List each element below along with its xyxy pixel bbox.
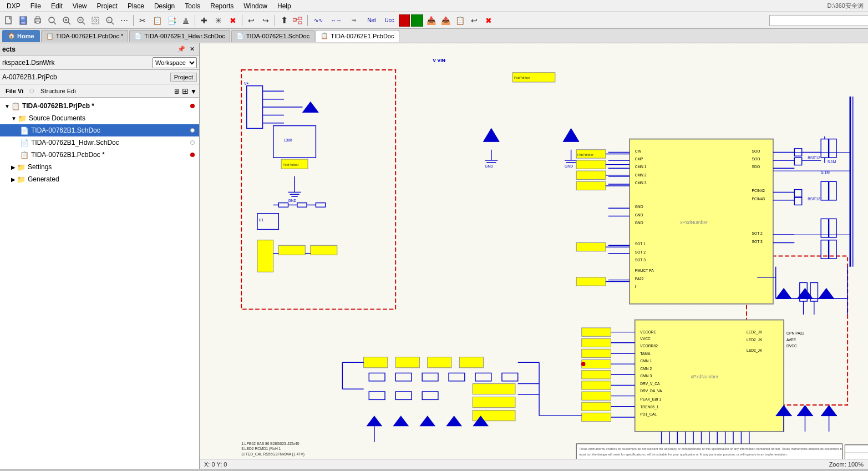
bus-btn[interactable]: ↔↔ [328, 14, 344, 27]
comp-btn[interactable] [399, 14, 410, 27]
svg-text:1.LPE62 BAS 86 B28G023-J25x40: 1.LPE62 BAS 86 B28G023-J25x40 [241, 442, 300, 445]
import-btn[interactable]: 📥 [424, 14, 438, 27]
svg-text:+: + [444, 58, 446, 63]
sheet-btn[interactable] [411, 14, 423, 27]
paste-btn[interactable]: 📑 [165, 14, 178, 27]
wire-btn[interactable]: ∿∿ [310, 14, 327, 27]
tab-hdwr-schdoc[interactable]: 📄 TIDA-00762E1_Hdwr.SchDoc [129, 30, 230, 42]
tab-pcbdoc-star[interactable]: 📋 TIDA-00762E1.PcbDoc * [41, 30, 129, 42]
rubber-stamp-btn[interactable] [179, 14, 192, 27]
svg-text:CMP: CMP [635, 157, 643, 161]
tree-icon-settings: 📁 [17, 163, 26, 171]
view-icon-2[interactable]: ⊞ [182, 87, 189, 95]
tree-root[interactable]: ▼ 📋 TIDA-00762B1.PrjPcb * [0, 100, 199, 112]
menu-file[interactable]: File [26, 1, 45, 11]
svg-text:DVCC: DVCC [786, 344, 797, 348]
svg-rect-175 [582, 392, 611, 400]
panel-close-btn[interactable]: ✕ [187, 45, 197, 53]
svg-rect-24 [293, 18, 296, 21]
tree-source-docs[interactable]: ▼ 📁 Source Documents [0, 112, 199, 124]
menu-help[interactable]: Help [273, 1, 296, 11]
view-tab-structeditor[interactable]: Structure Edi [37, 87, 79, 95]
close-toolbar-btn[interactable]: ✖ [482, 14, 495, 27]
left-panel: ects 📌 ✕ rkspace1.DsnWrk Workspace A-007… [0, 43, 200, 469]
svg-text:PcbPdnber: PcbPdnber [577, 153, 593, 156]
zoom-out-btn[interactable] [74, 14, 88, 27]
svg-text:+: + [108, 18, 110, 22]
view-icon-1[interactable]: 🖥 [173, 88, 180, 95]
project-bar: A-00762B1.PrjPcb Project [0, 70, 199, 84]
svg-text:PEAK_EBI 1: PEAK_EBI 1 [640, 397, 661, 402]
tab-schdoc[interactable]: 📄 TIDA-00762E1.SchDoc [231, 30, 314, 42]
tab-home[interactable]: 🏠 Home [2, 30, 40, 42]
svg-text:must but the design will meet : must but the design will meet for specif… [579, 453, 788, 456]
zoom-in-btn[interactable] [60, 14, 73, 27]
svg-rect-171 [582, 349, 611, 357]
svg-text:U1: U1 [259, 218, 264, 222]
zoom-fit-btn[interactable] [45, 14, 59, 27]
new-btn[interactable] [2, 14, 16, 27]
delete-btn[interactable]: ✖ [226, 14, 240, 27]
svg-text:PA22: PA22 [635, 277, 644, 281]
view-dropdown-btn[interactable]: ▼ [190, 88, 197, 95]
copy-btn[interactable]: 📋 [150, 14, 164, 27]
svg-rect-127 [576, 171, 606, 179]
svg-rect-190 [428, 357, 451, 368]
tab-pcbdoc-label: TIDA-00762E1.PcbDoc [331, 33, 394, 39]
menu-tools[interactable]: Tools [180, 1, 205, 11]
redo-btn[interactable]: ↪ [259, 14, 272, 27]
svg-text:3.LED2 RCMD1 (RoH 1: 3.LED2 RCMD1 (RoH 1 [241, 447, 281, 451]
tree-pcbdoc[interactable]: 📋 TIDA-00762B1.PcbDoc * [0, 149, 199, 161]
cut-btn[interactable]: ✂ [136, 14, 149, 27]
tree-hdwr-schdoc[interactable]: 📄 TIDA-00762B1_Hdwr.SchDoc [0, 136, 199, 149]
svg-text:SDO: SDO [752, 165, 760, 169]
address-bar[interactable] [769, 15, 868, 26]
undo-btn[interactable]: ↩ [245, 14, 258, 27]
export-btn[interactable]: 📤 [439, 14, 452, 27]
menu-project[interactable]: Project [93, 1, 122, 11]
print-btn[interactable] [31, 14, 44, 27]
hierarchy-btn[interactable] [292, 14, 305, 27]
menu-dxp[interactable]: DXP [2, 1, 25, 11]
canvas-area[interactable]: V+ L386 GND PcbPdnber [200, 43, 868, 469]
project-label: A-00762B1.PrjPcb [2, 73, 170, 81]
svg-rect-172 [582, 359, 611, 368]
tree-schdoc[interactable]: 📄 TIDA-00762B1.SchDoc [0, 124, 199, 136]
status-bar: X: 0 Y: 0 Zoom: 100% [200, 459, 868, 469]
tree-settings-label: Settings [28, 163, 52, 171]
menu-edit[interactable]: Edit [47, 1, 67, 11]
panel-pin-btn[interactable]: 📌 [175, 45, 187, 53]
back-btn[interactable]: ↩ [468, 14, 481, 27]
svg-text:GND: GND [288, 199, 297, 202]
workspace-label: rkspace1.DsnWrk [2, 59, 153, 67]
move-btn[interactable]: ✳ [212, 14, 225, 27]
cross-btn[interactable]: ✚ [197, 14, 211, 27]
up-btn[interactable]: ⬆ [277, 14, 291, 27]
menu-design[interactable]: Design [150, 1, 179, 11]
file-tree: ▼ 📋 TIDA-00762B1.PrjPcb * ▼ 📁 Source Doc… [0, 98, 199, 469]
save-btn[interactable] [17, 14, 30, 27]
zoom-more-btn[interactable]: ⋯ [118, 14, 131, 27]
menu-place[interactable]: Place [123, 1, 149, 11]
tree-generated[interactable]: ▶ 📁 Generated [0, 173, 199, 185]
project-btn[interactable]: Project [170, 73, 197, 82]
junction-btn[interactable]: ⇒ [346, 14, 362, 27]
tree-settings[interactable]: ▶ 📁 Settings [0, 161, 199, 173]
schematic-diagram[interactable]: V+ L386 GND PcbPdnber [200, 43, 868, 469]
power-btn[interactable]: Ucc [381, 14, 398, 27]
menu-reports[interactable]: Reports [206, 1, 238, 11]
menu-view[interactable]: View [68, 1, 92, 11]
sep4 [275, 15, 275, 26]
tab-pcbdoc[interactable]: 📋 TIDA-00762E1.PcbDoc [316, 30, 399, 42]
sep3 [242, 15, 242, 26]
svg-rect-3 [21, 22, 26, 24]
zoom-select-btn[interactable]: + [103, 14, 116, 27]
view-tab-filevi[interactable]: File Vi [2, 87, 27, 95]
netlabel-btn[interactable]: Net [363, 14, 380, 27]
zoom-area-btn[interactable] [89, 14, 102, 27]
workspace-dropdown[interactable]: Workspace [153, 57, 197, 68]
menu-window[interactable]: Window [239, 1, 272, 11]
diff-btn[interactable]: 📋 [453, 14, 466, 27]
tree-expand-source: ▼ [11, 115, 17, 121]
svg-rect-201 [473, 384, 515, 394]
